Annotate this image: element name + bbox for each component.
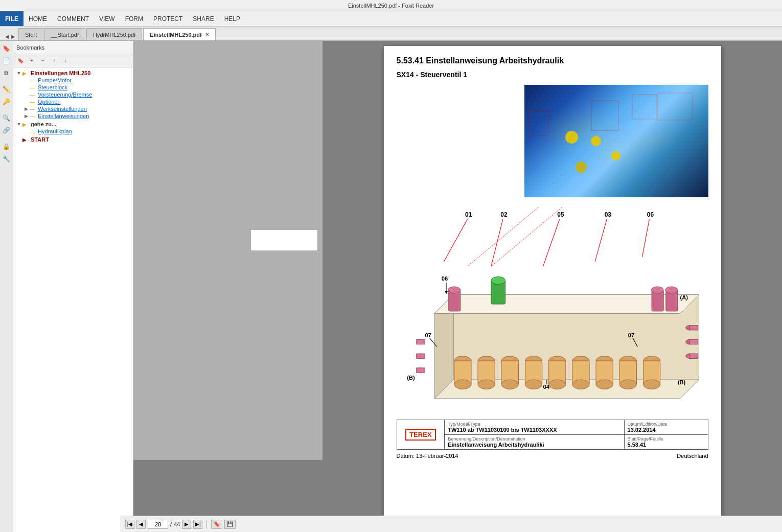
bm-bookmark-icon: ▶ xyxy=(22,71,30,76)
typ-label: Typ/Model/Type xyxy=(448,422,620,427)
comment-menu[interactable]: COMMENT xyxy=(52,13,94,25)
sub-title: SX14 - Steuerventil 1 xyxy=(397,71,708,79)
label-B-right: (B) xyxy=(677,379,685,385)
bm-einstellungen-label: Einstellungen MHL250 xyxy=(31,70,90,76)
svg-rect-49 xyxy=(689,339,698,344)
svg-point-19 xyxy=(548,380,565,389)
tab-start[interactable]: Start xyxy=(18,28,43,40)
bm-tool-5[interactable]: ↓ xyxy=(60,56,71,66)
home-menu[interactable]: HOME xyxy=(24,13,52,25)
right-panel[interactable]: 5.53.41 Einstellanweisung Arbeitshydraul… xyxy=(323,41,782,532)
page-input[interactable] xyxy=(148,520,168,529)
bm-tool-4[interactable]: ↑ xyxy=(49,56,59,66)
tab-hydr[interactable]: HydrMHL250.pdf xyxy=(86,28,142,40)
nav-bookmark-btn[interactable]: 🔖 xyxy=(211,520,222,529)
svg-point-22 xyxy=(572,380,589,389)
bookmark-header: Bookmarks xyxy=(13,41,133,54)
pdf-content: 5.53.41 Einstellanweisung Arbeitshydraul… xyxy=(384,46,721,527)
bm-gehe[interactable]: ▼ ▶ gehe zu... xyxy=(15,121,131,128)
page-total: 44 xyxy=(174,521,180,527)
lock-icon[interactable]: 🔒 xyxy=(1,141,12,152)
help-menu[interactable]: HELP xyxy=(219,13,245,25)
protect-menu[interactable]: PROTECT xyxy=(148,13,188,25)
side-connector-left xyxy=(416,339,425,373)
nav-first-btn[interactable]: |◀ xyxy=(125,520,134,529)
search-icon[interactable]: 🔍 xyxy=(1,112,12,124)
tab-close-btn[interactable]: ✕ xyxy=(205,32,209,37)
bm-optionen[interactable]: — Optionen xyxy=(22,98,131,105)
yellow-dot-4 xyxy=(576,161,587,173)
doc-bottom-bar: Datum: 13-Februar-2014 Deutschland xyxy=(397,453,708,459)
file-menu[interactable]: FILE xyxy=(0,11,24,26)
terex-logo: TEREX xyxy=(405,429,435,441)
bm-vorsteuerung[interactable]: — Vorsteuerung/Bremse xyxy=(22,91,131,98)
center-panel xyxy=(133,41,323,532)
label-01: 01 xyxy=(465,211,472,218)
blatt-value: 5.53.41 xyxy=(628,442,705,448)
page-icon[interactable]: 📄 xyxy=(1,55,12,66)
label-02: 02 xyxy=(500,211,508,218)
photo-box xyxy=(524,85,708,197)
pen-icon[interactable]: ✏️ xyxy=(1,84,12,95)
tab-einstell[interactable]: EinstellMHL250.pdf ✕ xyxy=(143,28,215,40)
bm-einstellanw-icon: — xyxy=(30,113,37,119)
label-04: 04 xyxy=(543,384,549,390)
svg-point-7 xyxy=(454,380,471,389)
typ-value: TW110 ab TW11030100 bis TW1103XXXX xyxy=(448,427,620,433)
stamp-icon[interactable]: 🔑 xyxy=(1,96,12,107)
bm-steuerblock[interactable]: — Steuerblock xyxy=(22,84,131,91)
bm-tool-1[interactable]: 🔖 xyxy=(15,56,26,66)
bm-werksein[interactable]: ▶ — Werkseinstellungen xyxy=(22,105,131,112)
label-B-left: (B) xyxy=(407,375,415,381)
bm-einstellungen[interactable]: ▼ ▶ Einstellungen MHL250 xyxy=(15,70,131,77)
menu-bar: FILE HOME COMMENT VIEW FORM PROTECT SHAR… xyxy=(0,11,782,27)
tab-next-btn[interactable]: ▶ xyxy=(10,34,16,39)
blatt-cell: Blatt/Page/Feuille 5.53.41 xyxy=(624,434,708,449)
nav-save-btn[interactable]: 💾 xyxy=(224,520,236,529)
nav-last-btn[interactable]: ▶| xyxy=(193,520,202,529)
bm-expand-icon: ▼ xyxy=(15,71,22,76)
terex-cell: TEREX xyxy=(397,420,445,449)
bm-tool-2[interactable]: + xyxy=(27,56,37,66)
label-05: 05 xyxy=(557,211,564,218)
svg-point-39 xyxy=(665,287,677,293)
tab-nav: ◀ ▶ xyxy=(2,33,18,40)
cylinder-group-left xyxy=(454,356,660,389)
bm-tool-3[interactable]: − xyxy=(38,56,48,66)
layers-icon[interactable]: ⧉ xyxy=(1,67,12,79)
yellow-dot-3 xyxy=(611,151,620,160)
form-menu[interactable]: FORM xyxy=(120,13,148,25)
svg-point-33 xyxy=(491,276,505,284)
link-icon[interactable]: 🔗 xyxy=(1,125,12,136)
benennung-label: Benennung/Description/Dénomination xyxy=(448,436,620,442)
tab-start-pdf[interactable]: __Start.pdf xyxy=(44,28,85,40)
svg-point-25 xyxy=(596,380,613,389)
bm-hydraulikplan-label: Hydraulikplan xyxy=(38,128,72,134)
svg-rect-45 xyxy=(416,368,425,373)
view-menu[interactable]: VIEW xyxy=(94,13,120,25)
doc-datum: Datum: 13-Februar-2014 xyxy=(397,453,458,459)
bm-einstellanw-label: Einstellanweisungen xyxy=(38,113,89,119)
bm-start[interactable]: ▶ START xyxy=(15,136,131,143)
bm-steuerblock-icon: — xyxy=(30,85,37,90)
bm-vorsteuerung-label: Vorsteuerung/Bremse xyxy=(38,91,92,98)
doc-location: Deutschland xyxy=(677,453,708,459)
tab-prev-btn[interactable]: ◀ xyxy=(4,34,10,39)
nav-next-btn[interactable]: ▶ xyxy=(182,520,191,529)
share-menu[interactable]: SHARE xyxy=(188,13,219,25)
nav-prev-btn[interactable]: ◀ xyxy=(136,520,146,529)
bm-einstellanw[interactable]: ▶ — Einstellanweisungen xyxy=(22,112,131,120)
valve-block-group xyxy=(416,276,699,398)
bookmark-icon[interactable]: 🔖 xyxy=(1,43,12,54)
tab-start-pdf-label: __Start.pdf xyxy=(51,32,79,38)
white-rect xyxy=(251,230,317,250)
bm-root-einstellungen: ▼ ▶ Einstellungen MHL250 — Pumpe/Motor — xyxy=(15,70,131,120)
bm-pumpe-label: Pumpe/Motor xyxy=(38,77,72,83)
svg-rect-47 xyxy=(689,326,698,330)
tools-icon[interactable]: 🔧 xyxy=(1,153,12,165)
svg-rect-43 xyxy=(416,354,425,358)
bm-hydraulikplan[interactable]: — Hydraulikplan xyxy=(22,128,131,135)
bookmarks-label: Bookmarks xyxy=(16,44,44,51)
bm-pumpe[interactable]: — Pumpe/Motor xyxy=(22,77,131,84)
sidebar: Bookmarks 🔖 + − ↑ ↓ ▼ ▶ Einstellungen MH… xyxy=(13,41,133,532)
